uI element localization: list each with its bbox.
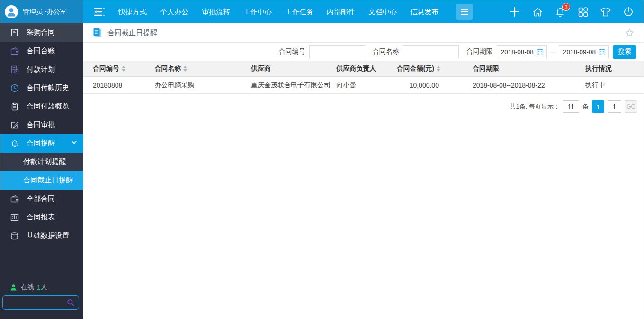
logout-button[interactable]: [623, 6, 634, 18]
calendar-icon: [537, 48, 544, 55]
more-menu-button[interactable]: [456, 4, 473, 20]
home-icon: [532, 7, 543, 18]
contract-no-input[interactable]: [309, 45, 365, 58]
pagination-summary: 共1条, 每页显示：: [510, 102, 560, 111]
database-icon: [10, 231, 19, 240]
apps-grid-icon: [578, 7, 589, 18]
nav-item-shortcuts[interactable]: 快捷方式: [112, 0, 153, 23]
home-button[interactable]: [532, 6, 543, 18]
app-window: 管理员 -办公室 快捷方式 个人办公 审批流转 工作中心 工作任务 内部邮件 文…: [0, 0, 644, 319]
user-profile[interactable]: 管理员 -办公室: [0, 0, 83, 23]
user-name: 管理员 -办公室: [23, 8, 67, 16]
chart-icon: [10, 213, 19, 222]
sidebar-item-payment-plan[interactable]: 付款计划: [0, 60, 83, 79]
page-title-icon: [93, 28, 102, 37]
goto-page-input[interactable]: 1: [608, 100, 621, 113]
sidebar-item-purchase-contract[interactable]: 采购合同: [0, 23, 83, 42]
date-to-input[interactable]: 2018-09-08: [559, 45, 609, 58]
page-header: 合同截止日提醒: [83, 23, 644, 43]
main-content: 合同截止日提醒 合同编号 合同名称 合同期限 2018-08-08: [83, 23, 644, 319]
date-to-value: 2018-09-08: [563, 48, 597, 55]
date-from-input[interactable]: 2018-08-08: [497, 45, 547, 58]
online-count: 1: [37, 283, 41, 291]
col-contract-name[interactable]: 合同名称: [154, 61, 251, 77]
search-icon[interactable]: [67, 299, 74, 306]
cell-supplier: 重庆金茂联合电子有限公司: [251, 77, 336, 94]
hamburger-icon: [460, 9, 469, 15]
cell-contract-no: 20180808: [83, 77, 154, 94]
bell-icon: [10, 139, 19, 148]
sidebar-item-contract-ledger[interactable]: 合同台账: [0, 42, 83, 60]
date-from-value: 2018-08-08: [501, 48, 535, 55]
sidebar: 采购合同 合同台账 付款计划: [0, 23, 83, 319]
notification-badge: 3: [562, 3, 570, 11]
add-button[interactable]: [509, 6, 520, 18]
table-row[interactable]: 20180808 办公电脑采购 重庆金茂联合电子有限公司 向小曼 10,000.…: [83, 77, 644, 94]
contract-name-input[interactable]: [403, 45, 459, 58]
contract-name-label: 合同名称: [373, 47, 399, 56]
clipboard-icon: [10, 102, 19, 111]
sidebar-item-basic-data-settings[interactable]: 基础数据设置: [0, 227, 83, 245]
nav-item-internal-mail[interactable]: 内部邮件: [320, 0, 362, 23]
notifications-button[interactable]: 3: [555, 6, 566, 18]
page-button-1[interactable]: 1: [592, 100, 604, 113]
wallet-icon: [10, 46, 19, 55]
cell-amount: 10,000.00: [397, 77, 451, 94]
col-amount[interactable]: 合同金额(元): [397, 61, 451, 77]
sidebar-search-input[interactable]: [3, 299, 67, 306]
search-button[interactable]: 搜索: [613, 45, 636, 59]
go-button[interactable]: GO: [625, 100, 637, 113]
wallet-icon: [10, 194, 19, 203]
topbar: 管理员 -办公室 快捷方式 个人办公 审批流转 工作中心 工作任务 内部邮件 文…: [0, 0, 644, 23]
favorite-star-icon[interactable]: [625, 28, 634, 37]
sidebar-item-contract-reports[interactable]: 合同报表: [0, 208, 83, 227]
cell-supplier-contact: 向小曼: [336, 77, 396, 94]
sidebar-subitem-payment-plan-reminder[interactable]: 付款计划提醒: [0, 153, 83, 171]
power-icon: [623, 7, 634, 17]
apps-button[interactable]: [577, 6, 589, 18]
sidebar-item-all-contracts[interactable]: 全部合同: [0, 190, 83, 208]
chevron-down-icon: [72, 141, 77, 144]
nav-item-info-publish[interactable]: 信息发布: [403, 0, 445, 23]
collapse-menu-icon[interactable]: [93, 5, 106, 18]
sidebar-item-payment-overview[interactable]: 合同付款概览: [0, 97, 83, 116]
table-header-row: 合同编号 合同名称 供应商 供应商负责人 合同金额(元) 合同期限 执行情况: [83, 61, 644, 77]
sort-icon[interactable]: [437, 66, 440, 72]
page-size-unit: 条: [582, 102, 589, 111]
nav-item-approval-flow[interactable]: 审批流转: [195, 0, 237, 23]
sidebar-item-contract-reminder[interactable]: 合同提醒: [0, 134, 83, 153]
theme-button[interactable]: [600, 6, 611, 18]
cell-period: 2018-08-08--2018-08-22: [451, 77, 585, 94]
calendar-icon: [599, 48, 606, 55]
nav-item-personal-office[interactable]: 个人办公: [153, 0, 195, 23]
nav-item-document-center[interactable]: 文档中心: [362, 0, 403, 23]
online-unit: 人: [41, 283, 47, 292]
online-user-icon: [10, 284, 17, 291]
cell-contract-name: 办公电脑采购: [154, 77, 251, 94]
sort-icon[interactable]: [183, 66, 187, 72]
sidebar-item-contract-approval[interactable]: 合同审批: [0, 116, 83, 134]
doc-clock-icon: [10, 65, 19, 74]
avatar: [5, 5, 18, 18]
contract-period-label: 合同期限: [466, 47, 493, 56]
signature-pen-icon: [10, 120, 19, 129]
doc-edit-icon: [10, 28, 19, 37]
user-icon: [5, 6, 18, 18]
col-contract-no[interactable]: 合同编号: [83, 61, 154, 77]
date-range-separator: --: [551, 48, 555, 55]
sidebar-item-payment-history[interactable]: 合同付款历史: [0, 79, 83, 97]
contract-no-label: 合同编号: [279, 47, 305, 56]
col-supplier-contact: 供应商负责人: [336, 61, 396, 77]
sidebar-search: [2, 295, 79, 310]
clock-icon: [10, 83, 19, 92]
page-size-input[interactable]: 11: [563, 100, 579, 113]
filter-bar: 合同编号 合同名称 合同期限 2018-08-08 -- 2018-09-08: [83, 43, 644, 61]
pagination: 共1条, 每页显示： 11 条 1 1 GO: [83, 94, 644, 113]
nav-item-work-tasks[interactable]: 工作任务: [278, 0, 320, 23]
sidebar-subitem-contract-deadline-reminder[interactable]: 合同截止日提醒: [0, 171, 83, 190]
main-nav: 快捷方式 个人办公 审批流转 工作中心 工作任务 内部邮件 文档中心 信息发布: [112, 0, 445, 23]
online-label: 在线: [21, 283, 34, 292]
sort-icon[interactable]: [122, 66, 125, 72]
tshirt-icon: [600, 7, 611, 17]
nav-item-work-center[interactable]: 工作中心: [237, 0, 278, 23]
